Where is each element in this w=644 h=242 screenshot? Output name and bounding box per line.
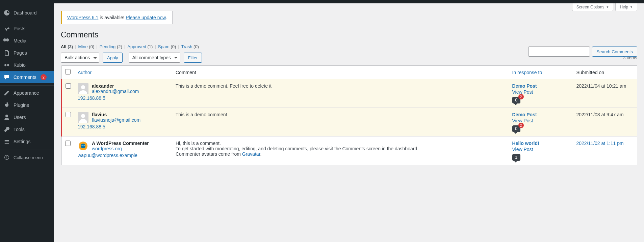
- kubio-icon: [3, 62, 10, 68]
- comment-count-bubble[interactable]: 0 2: [512, 125, 520, 132]
- screen-options-label: Screen Options: [576, 5, 604, 9]
- search-box: Search Comments: [528, 47, 637, 57]
- sidebar-item-plugins[interactable]: Plugins: [0, 99, 54, 111]
- submitted-date: 2022/11/03 at 9:47 am: [573, 108, 637, 137]
- bulk-actions-select[interactable]: Bulk actions: [61, 53, 99, 63]
- caret-down-icon: ▼: [630, 5, 633, 9]
- comment-icon: [3, 74, 10, 81]
- filter-mine[interactable]: Mine (0): [78, 44, 95, 49]
- sidebar-item-media[interactable]: Media: [0, 35, 54, 47]
- screen-options-toggle[interactable]: Screen Options ▼: [572, 3, 614, 11]
- sidebar-item-settings[interactable]: Settings: [0, 135, 54, 148]
- tools-icon: [3, 126, 10, 133]
- comment-row: A WordPress Commenter wordpress.org wapu…: [61, 137, 637, 165]
- help-label: Help: [620, 5, 628, 9]
- author-email[interactable]: flaviusnoja@gmail.com: [92, 117, 140, 123]
- author-name: A WordPress Commenter: [92, 141, 149, 146]
- submitted-date: 2022/11/04 at 10:21 am: [573, 79, 637, 108]
- admin-bar: [0, 0, 644, 3]
- sidebar-item-label: Users: [14, 115, 26, 120]
- response-post-link[interactable]: Demo Post: [512, 83, 537, 89]
- pending-badge: 2: [518, 94, 524, 99]
- notice-end: .: [166, 15, 167, 20]
- admin-sidebar: Dashboard Posts Media Pages Kubio Commen…: [0, 3, 54, 242]
- search-submit-button[interactable]: Search Comments: [592, 47, 637, 57]
- apply-button[interactable]: Apply: [103, 53, 123, 63]
- author-site[interactable]: wordpress.org: [92, 146, 122, 151]
- filter-button[interactable]: Filter: [184, 53, 202, 63]
- pages-icon: [3, 50, 10, 56]
- comment-row: alexander alexandru@gmail.com 192.168.88…: [61, 79, 637, 108]
- comment-count-bubble[interactable]: 1: [512, 154, 520, 161]
- sidebar-item-dashboard[interactable]: Dashboard: [0, 7, 54, 19]
- sidebar-item-appearance[interactable]: Appearance: [0, 85, 54, 99]
- update-nag-notice: WordPress 6.1 is available! Please updat…: [61, 11, 173, 24]
- author-name: alexander: [92, 83, 139, 89]
- sidebar-item-users[interactable]: Users: [0, 111, 54, 123]
- sidebar-item-label: Media: [14, 38, 26, 43]
- select-all-checkbox[interactable]: [65, 69, 71, 74]
- pending-badge: 2: [518, 123, 524, 128]
- settings-icon: [3, 138, 10, 145]
- filter-approved[interactable]: Approved (1): [127, 44, 153, 49]
- wp-version-link[interactable]: WordPress 6.1: [67, 15, 98, 20]
- filter-trash[interactable]: Trash (0): [181, 44, 199, 49]
- row-checkbox[interactable]: [66, 83, 71, 89]
- author-email[interactable]: wapuu@wordpress.example: [78, 153, 137, 158]
- col-date: Submitted on: [573, 66, 637, 79]
- sidebar-item-label: Comments: [14, 74, 36, 80]
- sidebar-item-label: Kubio: [14, 62, 26, 68]
- col-response[interactable]: In response to: [509, 66, 573, 79]
- sidebar-item-pages[interactable]: Pages: [0, 47, 54, 59]
- screen-meta-links: Screen Options ▼ Help ▼: [572, 3, 637, 11]
- comment-text: This is a demo comment. Feel free to del…: [176, 83, 506, 89]
- response-post-link[interactable]: Hello world!: [512, 141, 539, 146]
- view-post-link[interactable]: View Post: [512, 147, 570, 152]
- sidebar-item-tools[interactable]: Tools: [0, 123, 54, 135]
- submitted-date-link[interactable]: 2022/11/02 at 1:11 pm: [576, 141, 624, 146]
- author-ip[interactable]: 192.168.88.5: [78, 124, 105, 129]
- filter-all[interactable]: All (3): [61, 44, 73, 49]
- sidebar-item-label: Dashboard: [14, 10, 37, 16]
- author-ip[interactable]: 192.168.88.5: [78, 95, 105, 101]
- search-input[interactable]: [528, 47, 590, 57]
- row-checkbox[interactable]: [66, 112, 71, 117]
- gravatar-link[interactable]: Gravatar: [242, 151, 260, 157]
- col-comment: Comment: [172, 66, 509, 79]
- collapse-icon: [3, 154, 10, 161]
- author-email[interactable]: alexandru@gmail.com: [92, 89, 139, 94]
- collapse-menu[interactable]: Collapse menu: [0, 150, 54, 163]
- sidebar-item-label: Pages: [14, 50, 27, 56]
- page-title: Comments: [61, 30, 637, 39]
- comments-table: Author Comment In response to Submitted …: [61, 65, 637, 165]
- pending-count-badge: 2: [41, 74, 47, 80]
- plugin-icon: [3, 102, 10, 109]
- svg-point-4: [81, 114, 85, 118]
- comment-count-bubble[interactable]: 0 2: [512, 97, 520, 103]
- users-icon: [3, 114, 10, 121]
- author-name: flavius: [92, 112, 140, 117]
- sidebar-item-kubio[interactable]: Kubio: [0, 59, 54, 71]
- svg-point-7: [81, 144, 85, 148]
- svg-point-9: [84, 145, 85, 146]
- response-post-link[interactable]: Demo Post: [512, 112, 537, 117]
- svg-point-2: [81, 85, 85, 89]
- sidebar-item-label: Settings: [14, 139, 31, 144]
- svg-point-8: [82, 145, 83, 146]
- sidebar-item-label: Tools: [14, 127, 25, 132]
- sidebar-item-posts[interactable]: Posts: [0, 21, 54, 35]
- comment-type-select[interactable]: All comment types: [129, 53, 180, 63]
- col-author[interactable]: Author: [74, 66, 172, 79]
- avatar: [78, 112, 88, 123]
- row-checkbox[interactable]: [65, 141, 71, 146]
- collapse-label: Collapse menu: [14, 155, 43, 160]
- update-now-link[interactable]: Please update now: [126, 15, 165, 20]
- appearance-icon: [3, 90, 10, 96]
- sidebar-item-comments[interactable]: Comments 2: [0, 71, 54, 83]
- help-toggle[interactable]: Help ▼: [615, 3, 637, 11]
- avatar: [78, 83, 88, 94]
- svg-point-0: [5, 155, 9, 160]
- filter-pending[interactable]: Pending (2): [100, 44, 122, 49]
- filter-spam[interactable]: Spam (0): [158, 44, 176, 49]
- sidebar-item-label: Appearance: [14, 90, 39, 96]
